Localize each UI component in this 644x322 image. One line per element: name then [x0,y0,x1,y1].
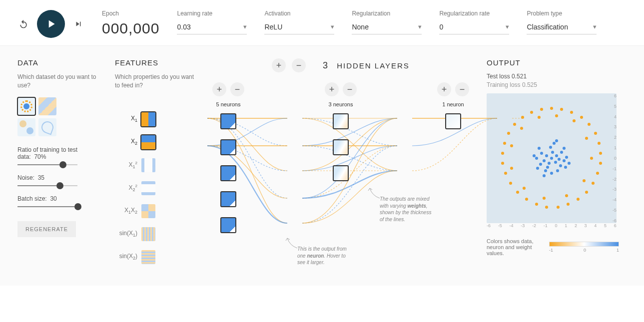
play-button[interactable] [37,10,65,38]
svg-point-16 [535,203,538,206]
svg-point-1 [560,108,563,111]
feature-x2: X2 [115,135,195,149]
neuron[interactable] [220,191,236,207]
chevron-down-icon: ▾ [593,23,597,30]
svg-point-3 [580,116,583,119]
remove-neuron-button[interactable]: − [343,82,357,96]
gradient-bar [549,242,619,247]
svg-point-35 [543,197,546,200]
activation-select[interactable]: ReLU ▾ [264,20,334,34]
hidden-layer-count: 3 [323,60,328,71]
noise-slider-group: Noise: 35 [17,174,102,186]
output-title: OUTPUT [487,58,627,67]
svg-point-66 [533,154,536,157]
chevron-down-icon: ▾ [506,23,509,30]
epoch-value: 000,000 [102,20,159,37]
svg-point-33 [583,179,586,182]
dataset-xor[interactable] [38,97,56,115]
reset-icon[interactable] [17,18,29,30]
neuron[interactable] [220,113,236,129]
neuron-count: 5 neurons [216,101,241,107]
svg-point-22 [501,152,504,155]
svg-point-60 [553,142,556,145]
reg-label: Regularization [352,10,422,17]
feature-thumb-x1[interactable] [141,112,155,126]
svg-point-7 [599,152,602,155]
reg-rate-select[interactable]: 0 ▾ [439,20,509,34]
svg-point-46 [543,159,546,162]
layer-3: + − 1 neuron [437,82,469,243]
neuron[interactable] [333,139,349,155]
remove-neuron-button[interactable]: − [455,82,469,96]
add-neuron-button[interactable]: + [437,82,451,96]
slider-thumb[interactable] [59,161,66,168]
svg-point-62 [538,147,541,150]
svg-point-13 [567,203,570,206]
slider-thumb[interactable] [74,203,81,210]
add-neuron-button[interactable]: + [325,82,339,96]
chevron-down-icon: ▾ [243,23,247,30]
svg-point-61 [550,172,553,175]
regularization-control: Regularization None ▾ [352,10,422,34]
feature-thumb-sinx1[interactable] [141,227,155,241]
ratio-slider[interactable] [17,164,77,165]
svg-point-9 [596,172,599,175]
batch-slider[interactable] [17,206,77,207]
svg-point-40 [538,116,541,119]
feature-thumb-x1x2[interactable] [141,204,155,218]
add-layer-button[interactable]: + [272,58,286,72]
neuron[interactable] [220,139,236,155]
dataset-gaussian[interactable] [17,118,35,136]
feat-label: X2 [115,138,137,146]
feat-label: X12 [115,161,137,169]
remove-neuron-button[interactable]: − [230,82,244,96]
feat-label: sin(X2) [115,253,137,261]
problem-type-select[interactable]: Classification ▾ [527,20,597,34]
svg-point-68 [555,139,558,142]
output-heatmap[interactable]: 6543210-1-2-3-4-5-6 -6-5-4-3-2-10123456 [487,93,617,223]
legend-text: Colors shows data, neuron and weight val… [487,238,542,256]
svg-point-14 [557,206,560,209]
svg-point-49 [546,166,549,169]
regenerate-button[interactable]: REGENERATE [17,221,76,237]
regularization-select[interactable]: None ▾ [352,20,422,34]
ratio-label: Ratio of training to test data: 70% [17,146,102,160]
neuron[interactable] [220,217,236,233]
remove-layer-button[interactable]: − [292,58,306,72]
neuron-count: 3 neurons [329,101,353,107]
data-title: DATA [17,58,102,67]
feature-x2sq: X22 [115,181,195,195]
learning-rate-select[interactable]: 0.03 ▾ [177,20,247,34]
feat-label: X1 [115,115,137,123]
slider-thumb[interactable] [56,182,63,189]
feat-label: X22 [115,184,137,192]
svg-point-48 [551,151,554,154]
chevron-down-icon: ▾ [331,23,334,30]
feature-thumb-x2[interactable] [141,135,155,149]
svg-point-55 [549,146,552,149]
svg-point-27 [530,111,533,114]
svg-point-36 [523,187,526,190]
svg-point-30 [573,119,576,122]
features-title: FEATURES [115,58,195,67]
ratio-slider-group: Ratio of training to test data: 70% [17,146,102,165]
feature-thumb-sinx2[interactable] [141,250,155,264]
neuron[interactable] [333,165,349,181]
neuron[interactable] [220,165,236,181]
neuron[interactable] [445,113,461,129]
svg-point-53 [539,163,542,166]
noise-slider[interactable] [17,185,77,186]
dataset-spiral[interactable] [38,118,56,136]
svg-point-59 [565,156,568,159]
svg-point-19 [509,182,512,185]
output-panel: OUTPUT Test loss 0.521 Training loss 0.5… [487,58,627,273]
svg-point-15 [545,206,548,209]
dataset-circle[interactable] [17,97,35,115]
svg-point-38 [510,144,513,147]
add-neuron-button[interactable]: + [212,82,226,96]
neuron[interactable] [333,113,349,129]
step-icon[interactable] [72,18,84,30]
feature-thumb-x1sq[interactable] [141,158,155,172]
svg-point-57 [556,169,559,172]
feature-thumb-x2sq[interactable] [141,181,155,195]
